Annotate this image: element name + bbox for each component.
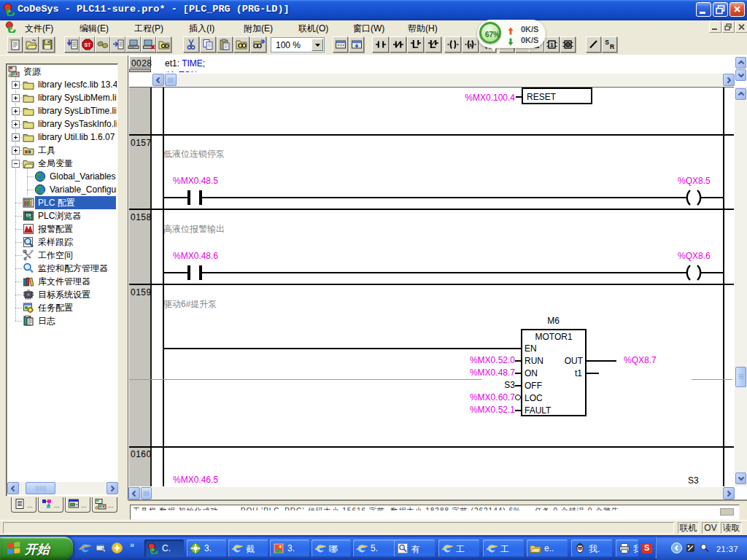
svg-text:1: 1 [550, 42, 554, 48]
svg-text:R: R [609, 43, 614, 50]
svg-text:ST: ST [84, 42, 91, 47]
svg-text:s: s [468, 42, 471, 48]
svg-text:S: S [605, 39, 609, 46]
